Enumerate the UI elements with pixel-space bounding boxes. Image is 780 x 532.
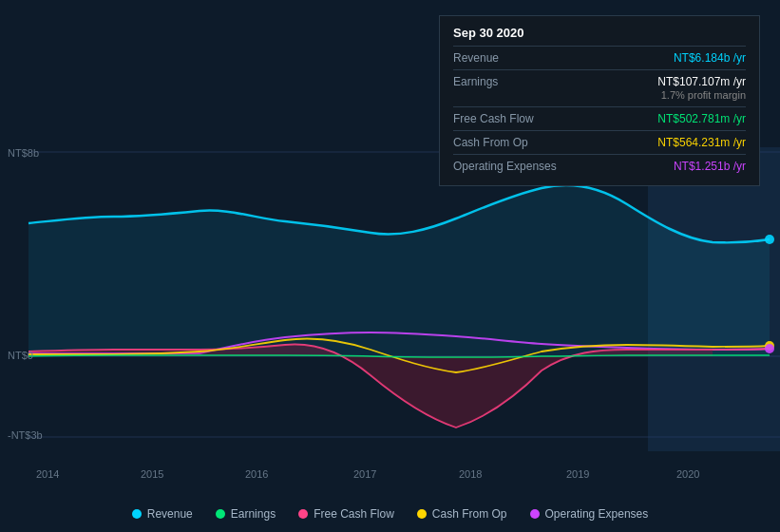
tooltip-row-opex: Operating Expenses NT$1.251b /yr — [453, 157, 746, 176]
tooltip-value-revenue: NT$6.184b /yr — [674, 51, 746, 65]
y-label-top: NT$8b — [8, 147, 39, 159]
legend-dot-revenue — [132, 509, 142, 519]
tooltip-value-cashop: NT$564.231m /yr — [657, 136, 746, 149]
legend-label-revenue: Revenue — [147, 507, 193, 521]
legend-label-fcf: Free Cash Flow — [314, 507, 394, 521]
tooltip-label-cashop: Cash From Op — [453, 136, 577, 149]
legend-item-opex[interactable]: Operating Expenses — [530, 507, 649, 521]
tooltip-label-fcf: Free Cash Flow — [453, 112, 577, 125]
tooltip-label-opex: Operating Expenses — [453, 160, 577, 173]
tooltip-label-revenue: Revenue — [453, 51, 577, 65]
chart-legend: Revenue Earnings Free Cash Flow Cash Fro… — [0, 507, 780, 521]
tooltip-value-opex: NT$1.251b /yr — [674, 160, 746, 173]
legend-label-earnings: Earnings — [231, 507, 276, 521]
tooltip-row-earnings: Earnings NT$107.107m /yr 1.7% profit mar… — [453, 72, 746, 104]
y-label-mid: NT$0 — [8, 350, 33, 361]
tooltip-row-revenue: Revenue NT$6.184b /yr — [453, 48, 746, 67]
y-label-bot: -NT$3b — [8, 429, 43, 441]
tooltip-value-fcf: NT$502.781m /yr — [657, 112, 746, 125]
tooltip-value-earnings: NT$107.107m /yr 1.7% profit margin — [657, 75, 746, 102]
tooltip-card: Sep 30 2020 Revenue NT$6.184b /yr Earnin… — [439, 15, 760, 186]
legend-dot-cashop — [417, 509, 427, 519]
legend-dot-opex — [530, 509, 540, 519]
svg-point-5 — [765, 235, 774, 244]
x-label-2019: 2019 — [566, 468, 589, 480]
tooltip-label-earnings: Earnings — [453, 75, 577, 88]
tooltip-row-cashop: Cash From Op NT$564.231m /yr — [453, 133, 746, 152]
legend-item-earnings[interactable]: Earnings — [216, 507, 276, 521]
legend-dot-earnings — [216, 509, 225, 519]
legend-item-cashop[interactable]: Cash From Op — [417, 507, 507, 521]
legend-label-opex: Operating Expenses — [545, 507, 649, 521]
x-label-2015: 2015 — [141, 468, 163, 480]
legend-dot-fcf — [298, 509, 308, 519]
legend-item-revenue[interactable]: Revenue — [132, 507, 193, 521]
chart-container: NT$8b NT$0 -NT$3b 2014 2015 2016 2017 20… — [0, 0, 780, 532]
tooltip-margin: 1.7% profit margin — [661, 89, 746, 101]
x-label-2020: 2020 — [676, 468, 699, 480]
x-label-2016: 2016 — [245, 468, 268, 480]
tooltip-row-fcf: Free Cash Flow NT$502.781m /yr — [453, 109, 746, 128]
legend-label-cashop: Cash From Op — [432, 507, 507, 521]
x-label-2014: 2014 — [36, 468, 59, 480]
x-label-2017: 2017 — [353, 468, 376, 480]
legend-item-fcf[interactable]: Free Cash Flow — [298, 507, 394, 521]
x-label-2018: 2018 — [459, 468, 482, 480]
svg-point-7 — [765, 344, 774, 353]
tooltip-date: Sep 30 2020 — [453, 26, 746, 40]
